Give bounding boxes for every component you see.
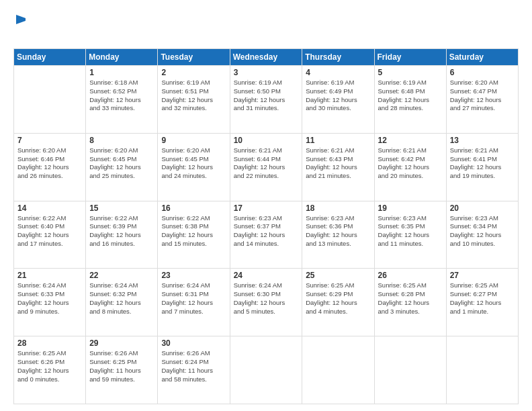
day-info: Sunrise: 6:18 AM Sunset: 6:52 PM Dayligh… [89, 79, 154, 113]
day-info: Sunrise: 6:21 AM Sunset: 6:41 PM Dayligh… [450, 146, 515, 181]
day-number: 16 [161, 203, 226, 213]
calendar-cell: 20Sunrise: 6:23 AM Sunset: 6:34 PM Dayli… [446, 201, 518, 269]
calendar-header-monday: Monday [86, 49, 158, 66]
day-info: Sunrise: 6:20 AM Sunset: 6:47 PM Dayligh… [450, 79, 515, 113]
day-info: Sunrise: 6:19 AM Sunset: 6:48 PM Dayligh… [378, 79, 443, 113]
day-number: 8 [89, 136, 154, 145]
calendar-cell: 14Sunrise: 6:22 AM Sunset: 6:40 PM Dayli… [14, 201, 86, 269]
calendar-cell [446, 336, 518, 404]
calendar-cell: 15Sunrise: 6:22 AM Sunset: 6:39 PM Dayli… [86, 201, 158, 269]
day-info: Sunrise: 6:24 AM Sunset: 6:32 PM Dayligh… [89, 281, 154, 316]
day-info: Sunrise: 6:23 AM Sunset: 6:34 PM Dayligh… [450, 214, 515, 248]
day-info: Sunrise: 6:21 AM Sunset: 6:42 PM Dayligh… [378, 146, 443, 181]
day-info: Sunrise: 6:24 AM Sunset: 6:30 PM Dayligh… [234, 281, 299, 316]
calendar-cell: 17Sunrise: 6:23 AM Sunset: 6:37 PM Dayli… [230, 201, 302, 269]
calendar-cell: 30Sunrise: 6:26 AM Sunset: 6:24 PM Dayli… [158, 336, 230, 404]
day-info: Sunrise: 6:21 AM Sunset: 6:44 PM Dayligh… [234, 146, 299, 181]
day-info: Sunrise: 6:20 AM Sunset: 6:46 PM Dayligh… [17, 146, 82, 181]
calendar-cell: 27Sunrise: 6:25 AM Sunset: 6:27 PM Dayli… [446, 269, 518, 336]
day-number: 30 [161, 338, 226, 348]
calendar-cell: 29Sunrise: 6:26 AM Sunset: 6:25 PM Dayli… [86, 336, 158, 404]
day-info: Sunrise: 6:23 AM Sunset: 6:37 PM Dayligh… [234, 214, 299, 248]
calendar-cell: 2Sunrise: 6:19 AM Sunset: 6:51 PM Daylig… [158, 66, 230, 134]
calendar-header-friday: Friday [374, 49, 446, 66]
logo-triangle-icon [15, 13, 27, 26]
calendar-cell: 3Sunrise: 6:19 AM Sunset: 6:50 PM Daylig… [230, 66, 302, 134]
calendar-week-1: 1Sunrise: 6:18 AM Sunset: 6:52 PM Daylig… [14, 66, 519, 134]
day-info: Sunrise: 6:19 AM Sunset: 6:51 PM Dayligh… [161, 79, 226, 113]
day-number: 2 [161, 68, 226, 77]
calendar-cell: 1Sunrise: 6:18 AM Sunset: 6:52 PM Daylig… [86, 66, 158, 134]
day-info: Sunrise: 6:22 AM Sunset: 6:38 PM Dayligh… [161, 214, 226, 248]
calendar-week-2: 7Sunrise: 6:20 AM Sunset: 6:46 PM Daylig… [14, 133, 519, 201]
calendar-cell: 25Sunrise: 6:25 AM Sunset: 6:29 PM Dayli… [302, 269, 374, 336]
day-info: Sunrise: 6:22 AM Sunset: 6:39 PM Dayligh… [89, 214, 154, 248]
day-number: 5 [378, 68, 443, 77]
calendar-table: SundayMondayTuesdayWednesdayThursdayFrid… [13, 48, 519, 404]
day-number: 13 [450, 136, 515, 145]
calendar-cell: 9Sunrise: 6:20 AM Sunset: 6:45 PM Daylig… [158, 133, 230, 201]
calendar-cell: 22Sunrise: 6:24 AM Sunset: 6:32 PM Dayli… [86, 269, 158, 336]
calendar-week-5: 28Sunrise: 6:25 AM Sunset: 6:26 PM Dayli… [14, 336, 519, 404]
logo [13, 12, 27, 43]
day-number: 17 [234, 203, 299, 213]
calendar-cell: 21Sunrise: 6:24 AM Sunset: 6:33 PM Dayli… [14, 269, 86, 336]
day-number: 25 [306, 271, 370, 280]
day-number: 21 [17, 271, 82, 280]
day-number: 19 [378, 203, 443, 213]
day-info: Sunrise: 6:24 AM Sunset: 6:33 PM Dayligh… [17, 281, 82, 316]
calendar-header-wednesday: Wednesday [230, 49, 302, 66]
day-info: Sunrise: 6:26 AM Sunset: 6:24 PM Dayligh… [161, 349, 226, 383]
calendar-header-tuesday: Tuesday [158, 49, 230, 66]
calendar-week-4: 21Sunrise: 6:24 AM Sunset: 6:33 PM Dayli… [14, 269, 519, 336]
day-info: Sunrise: 6:24 AM Sunset: 6:31 PM Dayligh… [161, 281, 226, 316]
calendar-cell: 6Sunrise: 6:20 AM Sunset: 6:47 PM Daylig… [446, 66, 518, 134]
day-number: 7 [17, 136, 82, 145]
day-info: Sunrise: 6:23 AM Sunset: 6:35 PM Dayligh… [378, 214, 443, 248]
calendar-cell: 12Sunrise: 6:21 AM Sunset: 6:42 PM Dayli… [374, 133, 446, 201]
day-number: 18 [306, 203, 370, 213]
calendar-cell [302, 336, 374, 404]
day-number: 15 [89, 203, 154, 213]
calendar-cell: 24Sunrise: 6:24 AM Sunset: 6:30 PM Dayli… [230, 269, 302, 336]
day-info: Sunrise: 6:21 AM Sunset: 6:43 PM Dayligh… [306, 146, 370, 181]
calendar-cell: 8Sunrise: 6:20 AM Sunset: 6:45 PM Daylig… [86, 133, 158, 201]
calendar-cell: 10Sunrise: 6:21 AM Sunset: 6:44 PM Dayli… [230, 133, 302, 201]
calendar-cell [14, 66, 86, 134]
day-number: 29 [89, 338, 154, 348]
day-info: Sunrise: 6:20 AM Sunset: 6:45 PM Dayligh… [161, 146, 226, 181]
calendar-cell: 16Sunrise: 6:22 AM Sunset: 6:38 PM Dayli… [158, 201, 230, 269]
calendar-cell: 5Sunrise: 6:19 AM Sunset: 6:48 PM Daylig… [374, 66, 446, 134]
calendar-cell: 13Sunrise: 6:21 AM Sunset: 6:41 PM Dayli… [446, 133, 518, 201]
day-number: 6 [450, 68, 515, 77]
day-number: 24 [234, 271, 299, 280]
calendar-cell: 11Sunrise: 6:21 AM Sunset: 6:43 PM Dayli… [302, 133, 374, 201]
day-number: 22 [89, 271, 154, 280]
day-info: Sunrise: 6:26 AM Sunset: 6:25 PM Dayligh… [89, 349, 154, 383]
page: SundayMondayTuesdayWednesdayThursdayFrid… [0, 0, 532, 411]
day-number: 28 [17, 338, 82, 348]
day-info: Sunrise: 6:25 AM Sunset: 6:28 PM Dayligh… [378, 281, 443, 316]
calendar-cell [230, 336, 302, 404]
day-number: 1 [89, 68, 154, 77]
calendar-header-row: SundayMondayTuesdayWednesdayThursdayFrid… [14, 49, 519, 66]
calendar-header-thursday: Thursday [302, 49, 374, 66]
calendar-header-saturday: Saturday [446, 49, 518, 66]
day-number: 10 [234, 136, 299, 145]
calendar-cell: 23Sunrise: 6:24 AM Sunset: 6:31 PM Dayli… [158, 269, 230, 336]
day-info: Sunrise: 6:25 AM Sunset: 6:26 PM Dayligh… [17, 349, 82, 383]
day-number: 9 [161, 136, 226, 145]
day-number: 26 [378, 271, 443, 280]
day-info: Sunrise: 6:25 AM Sunset: 6:27 PM Dayligh… [450, 281, 515, 316]
calendar-header-sunday: Sunday [14, 49, 86, 66]
day-number: 11 [306, 136, 370, 145]
calendar-cell: 26Sunrise: 6:25 AM Sunset: 6:28 PM Dayli… [374, 269, 446, 336]
day-info: Sunrise: 6:23 AM Sunset: 6:36 PM Dayligh… [306, 214, 370, 248]
day-info: Sunrise: 6:22 AM Sunset: 6:40 PM Dayligh… [17, 214, 82, 248]
header [13, 12, 519, 43]
day-number: 27 [450, 271, 515, 280]
svg-marker-0 [16, 15, 26, 24]
day-info: Sunrise: 6:19 AM Sunset: 6:49 PM Dayligh… [306, 79, 370, 113]
calendar-cell: 4Sunrise: 6:19 AM Sunset: 6:49 PM Daylig… [302, 66, 374, 134]
calendar-week-3: 14Sunrise: 6:22 AM Sunset: 6:40 PM Dayli… [14, 201, 519, 269]
